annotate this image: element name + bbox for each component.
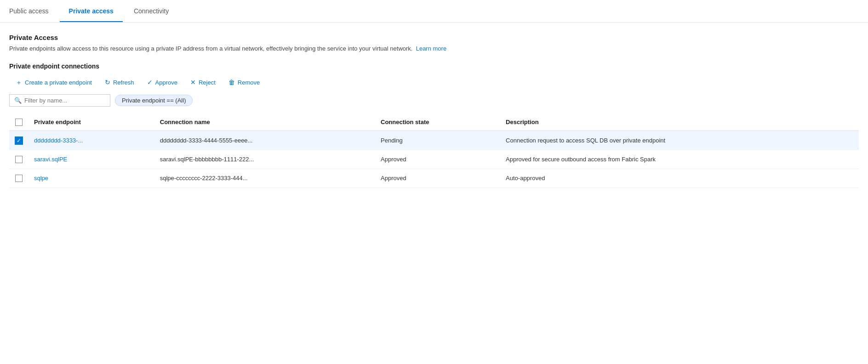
filter-input-wrap: 🔍 bbox=[9, 94, 110, 107]
plus-icon: ＋ bbox=[16, 79, 22, 85]
trash-icon: 🗑 bbox=[228, 79, 235, 85]
remove-button[interactable]: 🗑 Remove bbox=[222, 76, 266, 89]
col-endpoint: Private endpoint bbox=[29, 114, 154, 131]
col-connection-name: Connection name bbox=[154, 114, 375, 131]
row3-endpoint-link[interactable]: sqlpe bbox=[34, 175, 48, 182]
select-all-checkbox[interactable] bbox=[15, 119, 23, 126]
col-description: Description bbox=[500, 114, 859, 131]
row1-connection-state-cell: Pending bbox=[375, 131, 500, 150]
row2-connection-name-cell: saravi.sqlPE-bbbbbbbb-1111-222... bbox=[154, 150, 375, 169]
learn-more-link[interactable]: Learn more bbox=[416, 45, 446, 52]
table-row: ✓ dddddddd-3333-... dddddddd-3333-4444-5… bbox=[9, 131, 859, 150]
tabs-bar: Public access Private access Connectivit… bbox=[0, 0, 868, 23]
row1-endpoint-link[interactable]: dddddddd-3333-... bbox=[34, 137, 83, 144]
table-header-row: Private endpoint Connection name Connect… bbox=[9, 114, 859, 131]
section-description: Private endpoints allow access to this r… bbox=[9, 44, 859, 53]
col-select bbox=[9, 114, 29, 131]
refresh-button[interactable]: ↻ Refresh bbox=[98, 76, 141, 89]
search-icon: 🔍 bbox=[14, 97, 22, 104]
row1-select-cell: ✓ bbox=[9, 131, 29, 150]
row1-checkbox[interactable]: ✓ bbox=[15, 136, 23, 145]
approve-button[interactable]: ✓ Approve bbox=[141, 76, 184, 89]
refresh-icon: ↻ bbox=[105, 79, 110, 85]
row1-connection-name-cell: dddddddd-3333-4444-5555-eeee... bbox=[154, 131, 375, 150]
table-row: sqlpe sqlpe-cccccccc-2222-3333-444... Ap… bbox=[9, 169, 859, 188]
row2-endpoint-cell: saravi.sqlPE bbox=[29, 150, 154, 169]
row3-description-cell: Auto-approved bbox=[500, 169, 859, 188]
row2-connection-state-cell: Approved bbox=[375, 150, 500, 169]
row1-endpoint-cell: dddddddd-3333-... bbox=[29, 131, 154, 150]
table-wrap: Private endpoint Connection name Connect… bbox=[9, 114, 859, 188]
x-icon: ✕ bbox=[190, 79, 196, 85]
row2-checkbox[interactable] bbox=[15, 156, 23, 163]
row3-connection-name-cell: sqlpe-cccccccc-2222-3333-444... bbox=[154, 169, 375, 188]
tab-private-access[interactable]: Private access bbox=[60, 0, 123, 22]
checkmark-icon: ✓ bbox=[147, 79, 153, 85]
row3-checkbox[interactable] bbox=[15, 175, 23, 182]
main-content: Private Access Private endpoints allow a… bbox=[0, 23, 868, 199]
section-title: Private Access bbox=[9, 34, 859, 41]
filter-tag[interactable]: Private endpoint == (All) bbox=[115, 95, 193, 106]
filter-row: 🔍 Private endpoint == (All) bbox=[9, 94, 859, 107]
row3-endpoint-cell: sqlpe bbox=[29, 169, 154, 188]
section-subtitle: Private endpoint connections bbox=[9, 63, 859, 70]
create-endpoint-button[interactable]: ＋ Create a private endpoint bbox=[9, 76, 98, 89]
tab-public-access[interactable]: Public access bbox=[9, 0, 58, 22]
row2-endpoint-link[interactable]: saravi.sqlPE bbox=[34, 156, 67, 163]
filter-input[interactable] bbox=[24, 97, 105, 104]
tab-connectivity[interactable]: Connectivity bbox=[125, 0, 178, 22]
row3-select-cell bbox=[9, 169, 29, 188]
reject-button[interactable]: ✕ Reject bbox=[184, 76, 222, 89]
toolbar: ＋ Create a private endpoint ↻ Refresh ✓ … bbox=[9, 76, 859, 89]
table-row: saravi.sqlPE saravi.sqlPE-bbbbbbbb-1111-… bbox=[9, 150, 859, 169]
col-connection-state: Connection state bbox=[375, 114, 500, 131]
row2-select-cell bbox=[9, 150, 29, 169]
row3-connection-state-cell: Approved bbox=[375, 169, 500, 188]
row1-description-cell: Connection request to access SQL DB over… bbox=[500, 131, 859, 150]
row2-description-cell: Approved for secure outbound access from… bbox=[500, 150, 859, 169]
connections-table: Private endpoint Connection name Connect… bbox=[9, 114, 859, 188]
